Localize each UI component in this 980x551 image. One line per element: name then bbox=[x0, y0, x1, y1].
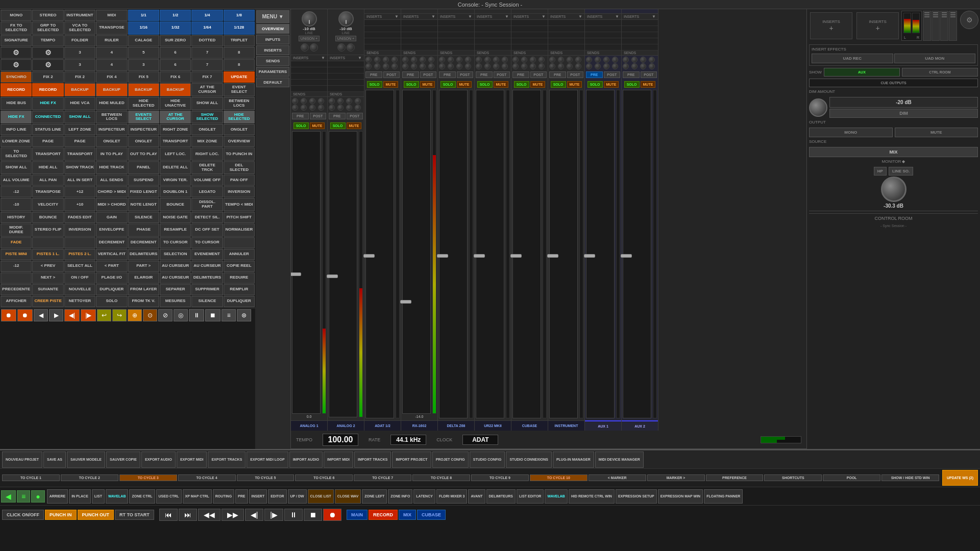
inserts-arrow-6[interactable]: ▼ bbox=[542, 14, 546, 19]
shortcut-btn-1-2[interactable]: VCA TO Selected bbox=[64, 21, 95, 35]
shortcut-btn-13-6[interactable]: VOLUME OFF bbox=[191, 174, 223, 186]
shortcut-btn-17-5[interactable]: RESAMPLE bbox=[160, 223, 191, 237]
shortcut-btn-22-7[interactable]: REMPLIR bbox=[224, 284, 255, 295]
shortcut-btn-17-4[interactable]: PHASE bbox=[128, 223, 159, 237]
shortcut-btn-16-1[interactable]: BOUNCE bbox=[32, 212, 63, 223]
insert-slot-9-4[interactable] bbox=[622, 44, 658, 51]
insert-slot-8-2[interactable] bbox=[585, 32, 621, 38]
shortcut-btn-0-3[interactable]: MIDI bbox=[96, 10, 127, 21]
shortcut-btn-20-7[interactable]: COPIE REEL bbox=[224, 261, 255, 272]
shortcut-btn-14-1[interactable]: TRANSPOSE bbox=[32, 186, 63, 197]
shortcut-btn-16-3[interactable]: GAIN bbox=[96, 212, 127, 223]
shortcut-btn-21-1[interactable]: NEXT > bbox=[32, 272, 63, 284]
send-knob-0-7[interactable] bbox=[318, 105, 324, 111]
shortcut-btn-12-7[interactable]: DEL SLECTED bbox=[224, 161, 255, 174]
action-btn-4[interactable]: EXPORT AUDIO bbox=[141, 452, 176, 468]
shortcut-btn-9-4[interactable]: INSPECTEUR bbox=[128, 124, 159, 135]
send-knob-6-5[interactable] bbox=[521, 63, 527, 69]
insert-slot-6-4[interactable] bbox=[511, 44, 548, 51]
shortcut-btn-3-4[interactable]: 5 bbox=[128, 47, 159, 59]
channel-strip-7[interactable]: INSERTS▼SENDSPREPOSTSOLOMUTEINSTRUMENT bbox=[548, 9, 585, 431]
shortcut-btn-8-1[interactable]: Connected bbox=[32, 111, 63, 124]
inserts-arrow-7[interactable]: ▼ bbox=[578, 14, 582, 19]
send-knob-9-0[interactable] bbox=[623, 57, 629, 63]
dim-knob[interactable] bbox=[809, 98, 827, 117]
send-knob-0-0[interactable] bbox=[292, 98, 298, 104]
shortcut-btn-5-1[interactable]: Fix 2 bbox=[32, 71, 63, 83]
send-knob-4-5[interactable] bbox=[448, 63, 454, 69]
send-knob-0-2[interactable] bbox=[309, 98, 315, 104]
transport-btn-15[interactable]: ⊛ bbox=[237, 309, 251, 321]
bottom-row-btn-1[interactable]: IN PLACE bbox=[69, 489, 91, 504]
shortcut-btn-5-7[interactable]: UPDATE bbox=[224, 71, 255, 83]
fader-handle-2[interactable] bbox=[363, 254, 375, 258]
shortcut-btn-14-4[interactable]: FIXED LENGT bbox=[128, 186, 159, 197]
shortcut-btn-12-2[interactable]: SHOW TRACK bbox=[64, 161, 95, 174]
send-knob-8-3[interactable] bbox=[612, 57, 618, 63]
sends-tab[interactable]: SENDS bbox=[256, 56, 289, 66]
insert-slot-7-1[interactable] bbox=[548, 26, 584, 32]
insert-slot-7-3[interactable] bbox=[548, 38, 584, 44]
shortcut-btn-15-6[interactable]: DISSOL. PART bbox=[191, 198, 223, 211]
action-btn-15[interactable]: PLUG-IN MANAGER bbox=[553, 452, 594, 468]
output-mute-btn[interactable]: MUTE bbox=[895, 128, 978, 137]
solo-btn-7[interactable]: SOLO bbox=[551, 81, 566, 88]
insert-slot-5-2[interactable] bbox=[475, 32, 511, 38]
send-knob-6-2[interactable] bbox=[530, 57, 536, 63]
action-btn-0[interactable]: NOUVEAU PROJET bbox=[2, 452, 42, 468]
bottom-row-btn-25[interactable]: EXPRESSION MAP WIN bbox=[658, 489, 703, 504]
insert-slot-8-1[interactable] bbox=[585, 26, 621, 32]
insert-slot-8-0[interactable] bbox=[585, 20, 621, 26]
inserts-arrow-0[interactable]: ▼ bbox=[321, 56, 325, 60]
mute-btn-3[interactable]: MUTE bbox=[420, 81, 435, 88]
channel-name-9[interactable]: AUX 2 bbox=[622, 420, 658, 431]
send-knob-4-3[interactable] bbox=[465, 57, 471, 63]
shortcut-btn-6-1[interactable]: RECORD bbox=[32, 83, 63, 96]
shortcut-btn-17-7[interactable]: NORMALISER bbox=[224, 223, 255, 237]
shortcut-btn-14-5[interactable]: DOUBLON 1 bbox=[160, 186, 191, 197]
send-knob-7-0[interactable] bbox=[549, 57, 555, 63]
record-btn-bottom[interactable]: ● bbox=[31, 490, 44, 503]
pre-btn-6[interactable]: PRE bbox=[512, 71, 529, 78]
transport-control-6[interactable]: ⏸ bbox=[284, 509, 303, 521]
bottom-row-btn-12[interactable]: CLOSE LIST bbox=[308, 489, 334, 504]
shortcut-btn-20-4[interactable]: PART > bbox=[128, 261, 159, 272]
send-knob-3-6[interactable] bbox=[420, 63, 426, 69]
transport-control-3[interactable]: ▶▶ bbox=[222, 509, 244, 521]
transport-btn-3[interactable]: ▶ bbox=[49, 309, 63, 321]
shortcut-btn-4-5[interactable]: 6 bbox=[160, 59, 191, 71]
transport-btn-14[interactable]: ≡ bbox=[222, 309, 236, 321]
shortcut-btn-8-7[interactable]: Hide Selected bbox=[224, 111, 255, 124]
insert-slot-5-3[interactable] bbox=[475, 38, 511, 44]
send-knob-2-3[interactable] bbox=[391, 57, 398, 63]
send-knob-2-2[interactable] bbox=[383, 57, 389, 63]
dial-1-1[interactable] bbox=[347, 43, 355, 52]
shortcut-btn-11-3[interactable]: IN TO PLAY bbox=[96, 147, 127, 161]
shortcut-btn-8-6[interactable]: Show Selected bbox=[191, 111, 223, 124]
fader-handle-6[interactable] bbox=[510, 254, 522, 258]
send-knob-7-5[interactable] bbox=[558, 63, 564, 69]
cycle-btn-14[interactable]: POOL bbox=[823, 474, 880, 481]
transport-control-1[interactable]: ⏭ bbox=[179, 509, 197, 521]
send-knob-1-4[interactable] bbox=[329, 105, 335, 111]
shortcut-btn-9-6[interactable]: ONGLET bbox=[191, 124, 223, 135]
shortcut-btn-17-2[interactable]: INVERSION bbox=[64, 223, 95, 237]
insert-slot-9-2[interactable] bbox=[622, 32, 658, 38]
add-insert-btn-1[interactable]: + bbox=[829, 24, 833, 32]
shortcut-btn-13-7[interactable]: PAN OFF bbox=[224, 174, 255, 186]
shortcut-btn-12-5[interactable]: DELETE ALL bbox=[160, 161, 191, 174]
shortcut-btn-2-5[interactable]: SUR ZERO bbox=[160, 35, 191, 46]
shortcut-btn-15-3[interactable]: MIDI > CHORD bbox=[96, 198, 127, 211]
insert-slot-9-0[interactable] bbox=[622, 20, 658, 26]
insert-slot-1-2[interactable] bbox=[328, 73, 364, 80]
insert-slot-8-4[interactable] bbox=[585, 44, 621, 51]
shortcut-btn-1-7[interactable]: 1/128 bbox=[224, 21, 255, 35]
shortcut-btn-5-5[interactable]: Fix 6 bbox=[160, 71, 191, 83]
shortcut-btn-8-4[interactable]: Events Select bbox=[128, 111, 159, 124]
shortcut-btn-6-7[interactable]: Event Select bbox=[224, 83, 255, 96]
line-btn[interactable]: LINE SO. bbox=[889, 167, 913, 176]
fader-track-7[interactable] bbox=[549, 90, 578, 418]
bottom-row-btn-9[interactable]: INSERT bbox=[249, 489, 267, 504]
mute-btn-9[interactable]: MUTE bbox=[641, 81, 656, 88]
shortcut-btn-18-1[interactable] bbox=[32, 237, 63, 248]
